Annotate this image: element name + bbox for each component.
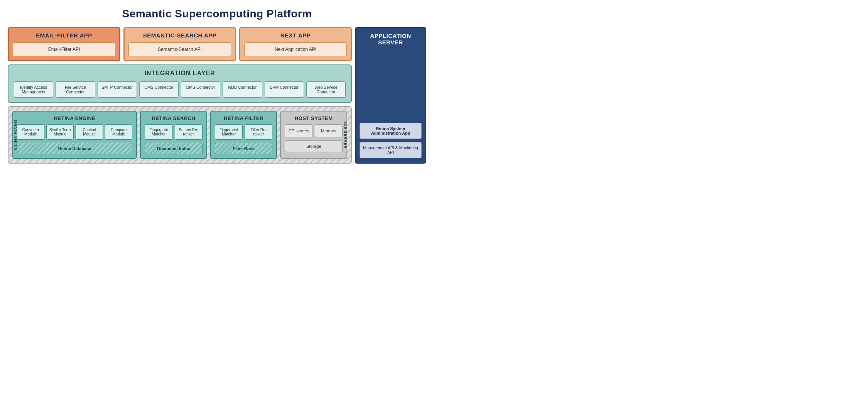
retina-filter-title: RETINA FILTER (215, 115, 273, 121)
retina-search-modules: Fingerprint Matcher Search Re-ranker (145, 124, 203, 140)
retina-engine-title: RETINA ENGINE (17, 115, 132, 121)
main-layout: EMAIL-FILTER APP Email-Filter API SEMANT… (8, 27, 426, 164)
retina-engine-modules: Converter Module Similar Term Module Con… (17, 124, 132, 140)
module-compare: Compare Module (105, 124, 132, 140)
app-server-title: APPLICATION SERVER (360, 32, 422, 46)
connector-iam: Identity Access Management (14, 81, 53, 98)
module-context: Context Module (76, 124, 103, 140)
host-system-title: HOST SYSTEM (285, 115, 343, 121)
semantic-search-api: Semantic-Search API (128, 42, 231, 56)
integration-title: INTEGRATION LAYER (14, 70, 346, 77)
page-title: Semantic Supercomputing Platform (8, 8, 426, 20)
host-modules: CPU-cores Memory (285, 124, 343, 137)
connector-cms: CMS Connector (139, 81, 179, 98)
retina-admin-app: Retina System Administration App (360, 123, 422, 139)
next-app-title: NEXT APP (280, 32, 311, 39)
bottom-row: XILINX ALVEO X86 SERVER RETINA ENGINE Co… (8, 106, 352, 164)
module-fp-matcher-filter: Fingerprint Matcher (215, 124, 243, 140)
retina-search-title: RETINA SEARCH (145, 115, 203, 121)
retina-search: RETINA SEARCH Fingerprint Matcher Search… (140, 111, 207, 159)
connector-smtp: SMTP Connector (98, 81, 137, 98)
module-fp-matcher-search: Fingerprint Matcher (145, 124, 172, 140)
cpu-cores: CPU-cores (285, 124, 312, 137)
memory: Memory (315, 124, 343, 137)
connector-dms: DMS Connector (181, 81, 220, 98)
module-similar-term: Similar Term Module (46, 124, 74, 140)
integration-layer: INTEGRATION LAYER Identity Access Manage… (8, 64, 352, 103)
retina-filter: RETINA FILTER Fingerprint Matcher Filter… (210, 111, 277, 159)
connector-bpm: BPM Connector (265, 81, 304, 98)
email-filter-app: EMAIL-FILTER APP Email-Filter API (8, 27, 120, 61)
retina-engine: RETINA ENGINE Converter Module Similar T… (12, 111, 137, 159)
storage: Storage (285, 140, 343, 152)
email-filter-api: Email-Filter API (13, 42, 115, 56)
semantic-search-title: SEMANTIC-SEARCH APP (143, 32, 217, 39)
left-column: EMAIL-FILTER APP Email-Filter API SEMANT… (8, 27, 352, 164)
side-label-right: X86 SERVER (344, 121, 348, 149)
management-api: Management API & Monitoring API (360, 142, 422, 158)
next-app: NEXT APP Next Application API (239, 27, 352, 61)
application-server: APPLICATION SERVER Retina System Adminis… (355, 27, 426, 164)
connector-fsc: File Service Connector (56, 81, 95, 98)
next-app-api: Next Application API (244, 42, 347, 56)
retina-database: Retina Database (17, 143, 132, 154)
apps-row: EMAIL-FILTER APP Email-Filter API SEMANT… (8, 27, 352, 61)
module-filter-reranker: Filter Re-ranker (245, 124, 272, 140)
retina-filter-modules: Fingerprint Matcher Filter Re-ranker (215, 124, 273, 140)
side-label-left: XILINX ALVEO (14, 119, 18, 150)
email-filter-title: EMAIL-FILTER APP (36, 32, 92, 39)
host-system: HOST SYSTEM CPU-cores Memory Storage (280, 111, 347, 159)
connectors-row: Identity Access Management File Service … (14, 81, 346, 98)
document-index: Document Index (145, 143, 203, 154)
connector-rdb: RDB Connector (223, 81, 262, 98)
module-converter: Converter Module (17, 124, 44, 140)
filter-bank: Filter Bank (215, 143, 273, 154)
connector-wsc: Web Service Connector (306, 81, 346, 98)
semantic-search-app: SEMANTIC-SEARCH APP Semantic-Search API (123, 27, 236, 61)
module-search-reranker: Search Re-ranker (175, 124, 203, 140)
